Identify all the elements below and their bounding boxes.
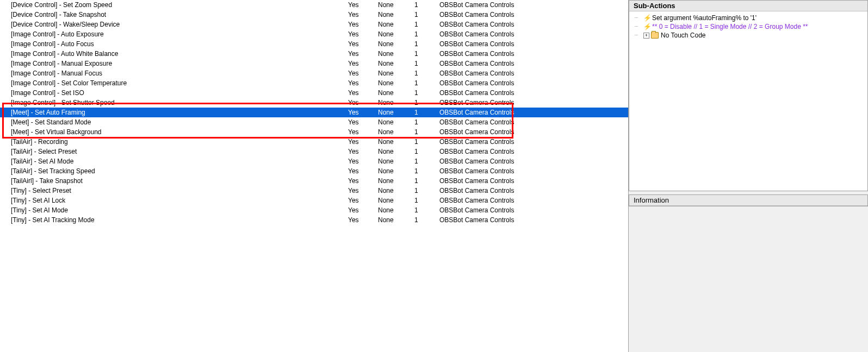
action-random: None [378, 147, 411, 156]
action-concurrent: 1 [414, 49, 431, 59]
action-row[interactable]: [Tiny] - Set AI ModeYesNone1OBSBot Camer… [0, 205, 628, 215]
action-row[interactable]: [Meet] - Set Auto FramingYesNone1OBSBot … [0, 108, 628, 117]
lightning-icon: ⚡ [643, 22, 651, 31]
action-name: [Tiny] - Set AI Lock [11, 196, 337, 205]
action-random: None [378, 49, 411, 59]
action-concurrent: 1 [414, 39, 431, 49]
action-group: OBSBot Camera Controls [439, 108, 548, 117]
action-random: None [378, 78, 411, 88]
subaction-item[interactable]: ┈⚡Set argument %autoFraming% to '1' [630, 14, 866, 22]
action-random: None [378, 20, 411, 29]
lightning-icon: ⚡ [643, 14, 651, 22]
action-enabled: Yes [348, 176, 375, 186]
action-group: OBSBot Camera Controls [439, 127, 548, 137]
action-random: None [378, 176, 411, 186]
action-enabled: Yes [348, 59, 375, 68]
action-group: OBSBot Camera Controls [439, 29, 548, 39]
action-row[interactable]: [Tiny] - Select PresetYesNone1OBSBot Cam… [0, 186, 628, 196]
action-enabled: Yes [348, 39, 375, 49]
action-name: [Image Control] - Manual Exposure [11, 59, 337, 68]
tree-connector-icon: ┈ [635, 14, 642, 22]
action-concurrent: 1 [414, 215, 431, 225]
action-row[interactable]: [Image Control] - Manual ExposureYesNone… [0, 59, 628, 68]
action-row[interactable]: [Image Control] - Set ISOYesNone1OBSBot … [0, 88, 628, 98]
action-row[interactable]: [Image Control] - Auto FocusYesNone1OBSB… [0, 39, 628, 49]
action-group: OBSBot Camera Controls [439, 0, 548, 10]
action-name: [Meet] - Set Auto Framing [11, 108, 337, 117]
action-group: OBSBot Camera Controls [439, 49, 548, 59]
information-panel: Information [629, 194, 868, 206]
action-row[interactable]: [Image Control] - Set Color TemperatureY… [0, 78, 628, 88]
action-row[interactable]: [Image Control] - Auto ExposureYesNone1O… [0, 29, 628, 39]
subaction-item[interactable]: ┈⚡** 0 = Disable // 1 = Single Mode // 2… [630, 22, 866, 31]
action-name: [TailAir] - Set AI Mode [11, 156, 337, 166]
action-name: [TailAir] - Select Preset [11, 147, 337, 156]
subactions-tree[interactable]: ┈⚡Set argument %autoFraming% to '1'┈⚡** … [629, 11, 867, 191]
action-name: [TailAir] - Set Tracking Speed [11, 166, 337, 176]
action-random: None [378, 137, 411, 147]
tree-connector-icon: ┈ [635, 22, 642, 31]
subaction-label: No Touch Code [661, 31, 706, 40]
action-enabled: Yes [348, 186, 375, 196]
action-row[interactable]: [Device Control] - Take SnapshotYesNone1… [0, 10, 628, 20]
action-row[interactable]: [TailAir] - RecordingYesNone1OBSBot Came… [0, 137, 628, 147]
action-random: None [378, 29, 411, 39]
action-row[interactable]: [TailAirl] - Take SnapshotYesNone1OBSBot… [0, 176, 628, 186]
action-enabled: Yes [348, 20, 375, 29]
action-row[interactable]: [Meet] - Set Virtual BackgroundYesNone1O… [0, 127, 628, 137]
action-row[interactable]: [Device Control] - Wake/Sleep DeviceYesN… [0, 20, 628, 29]
action-name: [Image Control] - Set ISO [11, 88, 337, 98]
action-enabled: Yes [348, 78, 375, 88]
action-row[interactable]: [Image Control] - Manual FocusYesNone1OB… [0, 68, 628, 78]
action-random: None [378, 156, 411, 166]
action-random: None [378, 39, 411, 49]
action-concurrent: 1 [414, 20, 431, 29]
action-row[interactable]: [TailAir] - Set AI ModeYesNone1OBSBot Ca… [0, 156, 628, 166]
action-group: OBSBot Camera Controls [439, 147, 548, 156]
action-concurrent: 1 [414, 137, 431, 147]
action-group: OBSBot Camera Controls [439, 176, 548, 186]
action-row[interactable]: [TailAir] - Select PresetYesNone1OBSBot … [0, 147, 628, 156]
action-name: [Meet] - Set Standard Mode [11, 117, 337, 127]
action-name: [Image Control] - Auto Exposure [11, 29, 337, 39]
action-row[interactable]: [Image Control] - Set Shutter SpeedYesNo… [0, 98, 628, 108]
action-row[interactable]: [Device Control] - Set Zoom SpeedYesNone… [0, 0, 628, 10]
action-enabled: Yes [348, 29, 375, 39]
subaction-folder[interactable]: ┈+No Touch Code [630, 31, 866, 40]
action-concurrent: 1 [414, 205, 431, 215]
action-random: None [378, 88, 411, 98]
action-concurrent: 1 [414, 176, 431, 186]
action-concurrent: 1 [414, 147, 431, 156]
action-concurrent: 1 [414, 186, 431, 196]
folder-icon [651, 32, 659, 39]
action-group: OBSBot Camera Controls [439, 39, 548, 49]
action-name: [Tiny] - Set AI Tracking Mode [11, 215, 337, 225]
action-row[interactable]: [Tiny] - Set AI LockYesNone1OBSBot Camer… [0, 196, 628, 205]
action-row[interactable]: [Meet] - Set Standard ModeYesNone1OBSBot… [0, 117, 628, 127]
action-concurrent: 1 [414, 78, 431, 88]
action-enabled: Yes [348, 49, 375, 59]
action-random: None [378, 117, 411, 127]
action-enabled: Yes [348, 117, 375, 127]
action-concurrent: 1 [414, 0, 431, 10]
action-concurrent: 1 [414, 108, 431, 117]
action-concurrent: 1 [414, 196, 431, 205]
action-enabled: Yes [348, 127, 375, 137]
subaction-label: ** 0 = Disable // 1 = Single Mode // 2 =… [652, 22, 808, 31]
action-enabled: Yes [348, 156, 375, 166]
action-concurrent: 1 [414, 88, 431, 98]
expand-icon[interactable]: + [643, 33, 649, 39]
action-random: None [378, 68, 411, 78]
action-row[interactable]: [Image Control] - Auto White BalanceYesN… [0, 49, 628, 59]
action-name: [Image Control] - Manual Focus [11, 68, 337, 78]
action-enabled: Yes [348, 137, 375, 147]
action-enabled: Yes [348, 108, 375, 117]
action-random: None [378, 127, 411, 137]
action-name: [Image Control] - Auto Focus [11, 39, 337, 49]
action-group: OBSBot Camera Controls [439, 156, 548, 166]
action-concurrent: 1 [414, 117, 431, 127]
action-row[interactable]: [TailAir] - Set Tracking SpeedYesNone1OB… [0, 166, 628, 176]
action-row[interactable]: [Tiny] - Set AI Tracking ModeYesNone1OBS… [0, 215, 628, 225]
action-name: [TailAirl] - Take Snapshot [11, 176, 337, 186]
action-enabled: Yes [348, 0, 375, 10]
